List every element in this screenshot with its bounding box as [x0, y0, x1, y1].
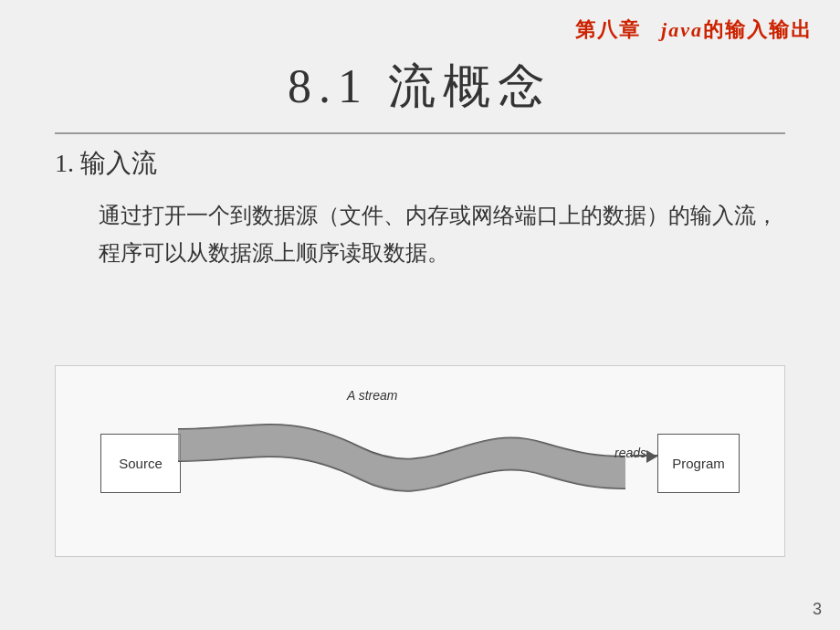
- java-label: java: [661, 18, 703, 41]
- diagram-inner: Source A stream reads Program: [91, 383, 749, 539]
- page-title: 8.1 流概念: [0, 55, 840, 119]
- arrow-head: [646, 450, 657, 463]
- stream-label: A stream: [347, 388, 398, 403]
- stream-svg: [178, 402, 625, 520]
- content-area: 1. 输入流 通过打开一个到数据源（文件、内存或网络端口上的数据）的输入流，程序…: [55, 146, 785, 272]
- body-text: 通过打开一个到数据源（文件、内存或网络端口上的数据）的输入流，程序可以从数据源上…: [99, 197, 785, 272]
- page-number: 3: [813, 600, 822, 619]
- title-area: 8.1 流概念: [0, 55, 840, 119]
- source-label: Source: [119, 456, 163, 471]
- slide: 第八章 java的输入输出 8.1 流概念 1. 输入流 通过打开一个到数据源（…: [0, 0, 840, 630]
- program-box: Program: [657, 434, 740, 493]
- program-label: Program: [672, 456, 725, 471]
- diagram-container: Source A stream reads Program: [55, 365, 785, 557]
- io-label: 的输入输出: [703, 18, 813, 41]
- chapter-label: 第八章: [575, 18, 641, 41]
- section-heading: 1. 输入流: [55, 146, 785, 181]
- source-box: Source: [100, 434, 181, 493]
- chapter-header: 第八章 java的输入输出: [575, 16, 813, 44]
- title-divider: [55, 132, 785, 134]
- reads-label: reads: [614, 446, 646, 460]
